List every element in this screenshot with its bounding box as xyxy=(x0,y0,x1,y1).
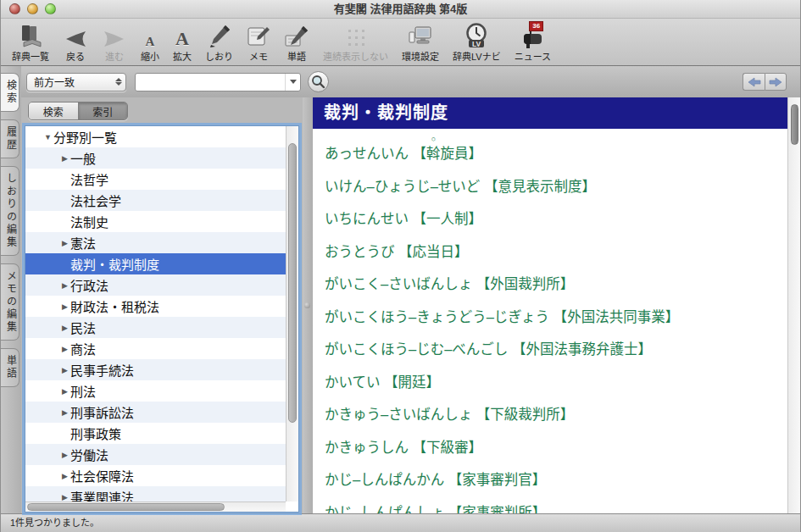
entry-bracket-close: 】 xyxy=(469,208,483,228)
tree-row-民法[interactable]: ▶民法 xyxy=(25,317,286,338)
disclosure-closed-icon[interactable]: ▶ xyxy=(59,408,70,417)
entry-item[interactable]: かじ–しんぱんかん 【家事審判官】 xyxy=(325,463,787,496)
disclosure-closed-icon[interactable]: ▶ xyxy=(59,239,70,247)
disclosure-closed-icon[interactable]: ▶ xyxy=(59,281,70,290)
tree-vertical-scrollbar-thumb[interactable] xyxy=(288,143,297,423)
disclosure-closed-icon[interactable]: ▶ xyxy=(59,387,70,396)
tree-row-label: 法制史 xyxy=(70,213,108,230)
tree-row-裁判・裁判制度[interactable]: 裁判・裁判制度 xyxy=(25,253,286,274)
tree-row-刑事政策[interactable]: 刑事政策 xyxy=(25,423,286,444)
entry-bracket-close: 】 xyxy=(665,306,680,326)
nav-back-button[interactable] xyxy=(743,73,765,91)
toolbar-bookmark-button[interactable]: しおり xyxy=(201,23,237,63)
tree-horizontal-scrollbar[interactable] xyxy=(25,502,286,512)
traffic-lights xyxy=(9,3,56,14)
disclosure-closed-icon[interactable]: ▶ xyxy=(59,366,70,374)
tree-row-label: 商法 xyxy=(70,340,96,357)
tree-row-一般[interactable]: ▶一般 xyxy=(25,147,286,169)
entry-headword-char: 判 xyxy=(504,502,519,513)
tree-row-label: 刑法 xyxy=(70,382,96,400)
zoom-button[interactable] xyxy=(45,3,56,14)
entries-scrollbar[interactable] xyxy=(787,97,800,513)
disclosure-closed-icon[interactable]: ▶ xyxy=(59,302,70,311)
tree-row-民事手続法[interactable]: ▶民事手続法 xyxy=(25,359,286,380)
toolbar-dictionary-list-button[interactable]: 辞典一覧 xyxy=(8,23,53,63)
entry-headword-char: 外 xyxy=(526,338,540,358)
entry-item[interactable]: おうとうび 【応当日】 xyxy=(325,235,787,268)
match-mode-select[interactable]: 前方一致 xyxy=(26,73,126,91)
search-index-segmented: 検索索引 xyxy=(28,102,128,120)
search-input[interactable] xyxy=(136,74,285,91)
side-tab-しおりの編集[interactable]: しおりの編集 xyxy=(1,166,19,256)
tree-row-法社会学[interactable]: 法社会学 xyxy=(25,190,286,211)
tree-row-法哲学[interactable]: 法哲学 xyxy=(25,169,286,190)
disclosure-closed-icon[interactable]: ▶ xyxy=(59,493,70,502)
disclosure-closed-icon[interactable]: ▶ xyxy=(59,472,70,480)
segment-検索[interactable]: 検索 xyxy=(29,103,78,119)
disclosure-closed-icon[interactable]: ▶ xyxy=(59,324,70,332)
disclosure-open-icon[interactable]: ▼ xyxy=(42,133,53,141)
nav-forward-button[interactable] xyxy=(765,73,787,91)
side-tab-検索[interactable]: 検索 xyxy=(1,73,19,112)
entry-reading: おうとうび 【 xyxy=(325,241,413,261)
tree-row-社会保障法[interactable]: ▶社会保障法 xyxy=(25,465,286,486)
entry-bracket-close: 】 xyxy=(469,142,483,163)
tree-row-label: 一般 xyxy=(70,149,96,167)
entry-item[interactable]: いけん–ひょうじ–せいど 【意見表示制度】 xyxy=(325,169,787,202)
entry-headword-char: 国 xyxy=(581,306,596,326)
entry-item[interactable]: がいこくほう–じむ–べんごし 【外国法事務弁護士】 xyxy=(325,332,787,365)
toolbar-zoom-in-button[interactable]: A拡大 xyxy=(169,23,196,63)
side-tab-履歴[interactable]: 履歴 xyxy=(1,119,19,158)
toolbar-word-button[interactable]: 単語 xyxy=(280,23,314,63)
entry-headword-char: 審 xyxy=(490,502,504,513)
tree-row-分野別一覧[interactable]: ▼分野別一覧 xyxy=(25,126,286,147)
search-button[interactable] xyxy=(308,71,329,92)
side-tab-単語[interactable]: 単語 xyxy=(1,348,19,387)
minimize-button[interactable] xyxy=(27,3,38,14)
toolbar-preferences-button[interactable]: 環境設定 xyxy=(398,23,443,63)
side-tab-メモの編集[interactable]: メモの編集 xyxy=(1,263,19,341)
tree-vertical-scrollbar[interactable] xyxy=(286,126,298,502)
entry-item[interactable]: かきゅう–さいばんしょ 【下級裁判所】 xyxy=(325,397,787,430)
non-joyo-kanji-mark: 斡○ xyxy=(426,142,441,163)
entries-scrollbar-thumb[interactable] xyxy=(791,104,798,145)
close-button[interactable] xyxy=(9,3,20,14)
entry-reading: いちにんせい 【 xyxy=(325,208,426,228)
tree-row-法制史[interactable]: 法制史 xyxy=(25,211,286,232)
category-tree-list: ▼分野別一覧▶一般法哲学法社会学法制史▶憲法裁判・裁判制度▶行政法▶財政法・租税… xyxy=(25,126,298,512)
pane-splitter[interactable] xyxy=(303,97,313,513)
segment-索引[interactable]: 索引 xyxy=(78,103,128,119)
entry-headword-char: 同 xyxy=(623,306,637,326)
entry-headword-char: 度 xyxy=(568,175,582,196)
disclosure-closed-icon[interactable]: ▶ xyxy=(59,154,70,163)
tree-row-憲法[interactable]: ▶憲法 xyxy=(25,232,286,253)
tree-row-行政法[interactable]: ▶行政法 xyxy=(25,274,286,296)
entry-item[interactable]: かいてい 【開廷】 xyxy=(325,365,787,398)
toolbar-back-button[interactable]: 戻る xyxy=(58,23,92,63)
tree-row-刑法[interactable]: ▶刑法 xyxy=(25,380,286,402)
combo-dropdown-button[interactable] xyxy=(285,74,300,91)
entry-item[interactable]: かじ–しんぱんしょ 【家事審判所】 xyxy=(325,496,787,514)
entry-pane: 裁判・裁判制度 あっせんいん 【斡○旋員】いけん–ひょうじ–せいど 【意見表示制… xyxy=(313,97,800,513)
entry-item[interactable]: あっせんいん 【斡○旋員】 xyxy=(325,136,787,169)
tree-row-労働法[interactable]: ▶労働法 xyxy=(25,444,286,465)
entry-item[interactable]: かきゅうしん 【下級審】 xyxy=(325,430,787,463)
toolbar-news-button[interactable]: 36ニュース xyxy=(510,23,555,63)
toolbar-dictionary-lv-navi-button[interactable]: LV辞典LVナビ xyxy=(448,23,505,63)
toolbar-zoom-out-button[interactable]: A縮小 xyxy=(136,23,164,63)
tree-horizontal-scrollbar-thumb[interactable] xyxy=(27,503,225,511)
disclosure-closed-icon[interactable]: ▶ xyxy=(59,345,70,353)
entry-headword-char: 下 xyxy=(426,436,441,457)
entry-headword-char: 開 xyxy=(398,371,413,391)
tree-row-刑事訴訟法[interactable]: ▶刑事訴訟法 xyxy=(25,402,286,423)
entry-bracket-close: 】 xyxy=(532,468,547,489)
toolbar-memo-button[interactable]: メモ xyxy=(242,23,275,63)
entry-item[interactable]: がいこくほう–きょうどう–じぎょう 【外国法共同事業】 xyxy=(325,300,787,333)
disclosure-closed-icon[interactable]: ▶ xyxy=(59,451,70,459)
entry-headword-char: 当 xyxy=(426,241,441,261)
tree-row-財政法・租税法[interactable]: ▶財政法・租税法 xyxy=(25,296,286,317)
tree-row-label: 民事手続法 xyxy=(70,361,134,379)
entry-item[interactable]: がいこく–さいばんしょ 【外国裁判所】 xyxy=(325,267,787,300)
entry-item[interactable]: いちにんせい 【一人制】 xyxy=(325,202,787,235)
tree-row-商法[interactable]: ▶商法 xyxy=(25,338,286,359)
